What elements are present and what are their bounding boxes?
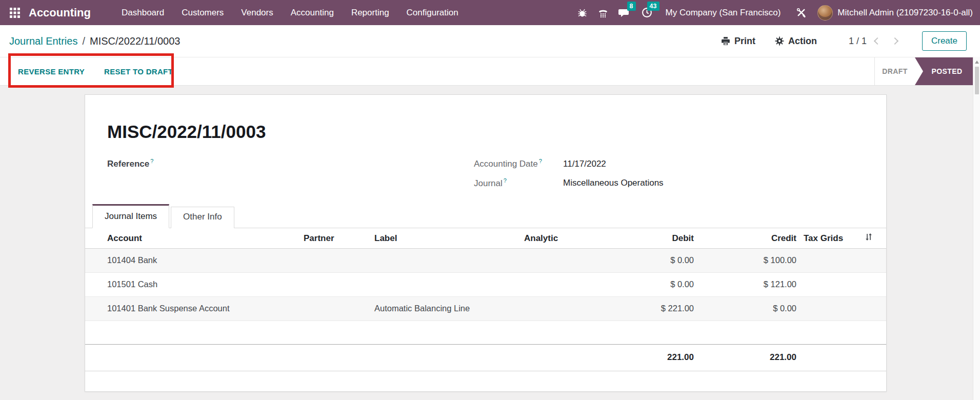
activities-icon[interactable]: 43 (637, 5, 657, 21)
cell-label[interactable] (371, 248, 521, 272)
cell-credit[interactable]: $ 121.00 (698, 272, 801, 296)
cell-blank (847, 272, 886, 296)
journal-item-row[interactable]: 101501 Cash$ 0.00$ 121.00 (85, 272, 886, 296)
breadcrumb-journal-entries[interactable]: Journal Entries (9, 35, 77, 47)
totals-row: 221.00 221.00 (85, 344, 886, 371)
pager[interactable]: 1 / 1 (849, 34, 902, 48)
header-account[interactable]: Account (85, 228, 301, 248)
cell-account[interactable]: 101404 Bank (85, 248, 301, 272)
cell-account[interactable]: 101501 Cash (85, 272, 301, 296)
nav-menu-reporting[interactable]: Reporting (344, 4, 396, 22)
cell-blank (847, 296, 886, 321)
cell-debit[interactable]: $ 0.00 (611, 248, 698, 272)
cell-analytic[interactable] (521, 248, 611, 272)
journal-item-row[interactable]: 101401 Bank Suspense AccountAutomatic Ba… (85, 296, 886, 321)
nav-menu-customers[interactable]: Customers (174, 4, 231, 22)
total-credit: 221.00 (698, 344, 801, 371)
form-action-buttons: REVERSE ENTRY RESET TO DRAFT (0, 57, 874, 85)
apps-grid-icon-svg (10, 8, 20, 18)
form-sheet: MISC/2022/11/0003 Reference? Accounting … (85, 94, 887, 392)
nav-menu-accounting[interactable]: Accounting (284, 4, 341, 22)
cell-partner[interactable] (301, 272, 371, 296)
journal-item-row[interactable]: 101404 Bank$ 0.00$ 100.00 (85, 248, 886, 272)
nav-menu-vendors[interactable]: Vendors (234, 4, 280, 22)
control-panel: Journal Entries / MISC/2022/11/0003 Prin… (0, 25, 980, 57)
accounting-date-label: Accounting Date? (474, 158, 563, 169)
accounting-date-value[interactable]: 11/17/2022 (563, 159, 606, 169)
optional-columns-icon[interactable] (847, 228, 886, 248)
header-debit[interactable]: Debit (611, 228, 698, 248)
reference-label: Reference? (107, 159, 153, 169)
status-posted[interactable]: POSTED (915, 57, 973, 85)
journal-value[interactable]: Miscellaneous Operations (563, 178, 664, 188)
chevron-right-icon[interactable] (888, 34, 902, 48)
print-label: Print (734, 36, 755, 47)
accounting-date-help-icon: ? (539, 158, 542, 164)
breadcrumb: Journal Entries / MISC/2022/11/0003 (9, 35, 180, 47)
action-button[interactable]: Action (775, 36, 817, 47)
cell-credit[interactable]: $ 100.00 (698, 248, 801, 272)
control-panel-right: Print (702, 31, 967, 51)
cell-analytic[interactable] (521, 272, 611, 296)
table-header-row: Account Partner Label Analytic Debit Cre… (85, 228, 886, 248)
cell-debit[interactable]: $ 0.00 (611, 272, 698, 296)
cell-debit[interactable]: $ 221.00 (611, 296, 698, 321)
statusbar: DRAFT POSTED (874, 57, 973, 85)
page-background: MISC/2022/11/0003 Reference? Accounting … (0, 86, 980, 400)
nav-menu-configuration[interactable]: Configuration (399, 4, 466, 22)
tab-journal-items[interactable]: Journal Items (92, 204, 169, 228)
top-navbar: Accounting DashboardCustomersVendorsAcco… (0, 0, 980, 25)
user-avatar (817, 5, 833, 21)
status-draft[interactable]: DRAFT (875, 57, 915, 85)
navbar-right: 8 43 My Company (San Francisco) (572, 5, 973, 21)
app-brand[interactable]: Accounting (29, 6, 91, 19)
gear-icon (775, 36, 784, 46)
tools-icon[interactable] (792, 5, 810, 21)
reset-to-draft-button[interactable]: RESET TO DRAFT (104, 67, 173, 76)
header-credit[interactable]: Credit (698, 228, 801, 248)
field-reference: Reference? (85, 158, 474, 196)
nav-menus: DashboardCustomersVendorsAccountingRepor… (114, 4, 466, 22)
empty-row[interactable] (85, 321, 886, 344)
cell-label[interactable]: Automatic Balancing Line (371, 296, 521, 321)
breadcrumb-current: MISC/2022/11/0003 (90, 35, 180, 47)
scroll-up-icon[interactable] (975, 61, 979, 64)
cell-analytic[interactable] (521, 296, 611, 321)
company-switcher[interactable]: My Company (San Francisco) (666, 8, 781, 18)
cell-tax-grids[interactable] (801, 296, 847, 321)
breadcrumb-separator: / (82, 35, 85, 47)
cell-label[interactable] (371, 272, 521, 296)
journal-items-body: 101404 Bank$ 0.00$ 100.00101501 Cash$ 0.… (85, 248, 886, 321)
scrollbar-thumb[interactable] (975, 67, 979, 94)
apps-grid-icon[interactable] (6, 4, 24, 22)
activities-badge: 43 (647, 2, 659, 11)
messages-icon[interactable]: 8 (613, 5, 634, 21)
header-partner[interactable]: Partner (301, 228, 371, 248)
nav-menu-dashboard[interactable]: Dashboard (114, 4, 171, 22)
vertical-scrollbar[interactable] (973, 57, 980, 400)
create-button[interactable]: Create (922, 31, 967, 51)
bug-icon[interactable] (572, 5, 593, 21)
odoo-accounting-screen: Accounting DashboardCustomersVendorsAcco… (0, 0, 980, 400)
tab-other-info[interactable]: Other Info (171, 207, 234, 228)
header-analytic[interactable]: Analytic (521, 228, 611, 248)
header-label[interactable]: Label (371, 228, 521, 248)
cell-credit[interactable]: $ 0.00 (698, 296, 801, 321)
notebook-tabs: Journal Items Other Info (85, 204, 886, 228)
pager-value: 1 / 1 (849, 36, 867, 47)
voip-phone-icon[interactable] (593, 5, 613, 21)
chevron-left-icon[interactable] (871, 34, 884, 48)
cell-tax-grids[interactable] (801, 248, 847, 272)
reference-help-icon: ? (150, 158, 153, 164)
cell-partner[interactable] (301, 248, 371, 272)
cell-partner[interactable] (301, 296, 371, 321)
reverse-entry-button[interactable]: REVERSE ENTRY (18, 67, 85, 76)
header-tax-grids[interactable]: Tax Grids (801, 228, 847, 248)
cell-tax-grids[interactable] (801, 272, 847, 296)
user-menu[interactable]: Mitchell Admin (21097230-16-0-all) (817, 5, 973, 21)
print-button[interactable]: Print (721, 36, 755, 47)
journal-help-icon: ? (504, 177, 507, 184)
entry-title: MISC/2022/11/0003 (107, 122, 886, 142)
cell-account[interactable]: 101401 Bank Suspense Account (85, 296, 301, 321)
printer-icon (721, 36, 730, 46)
